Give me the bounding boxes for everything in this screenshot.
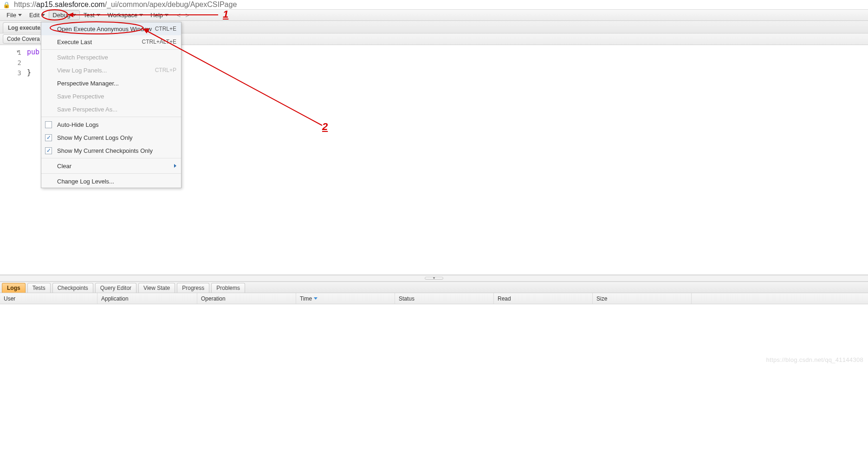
col-time[interactable]: Time xyxy=(296,293,395,304)
sort-desc-icon xyxy=(314,297,317,300)
nav-arrows: < > xyxy=(177,12,189,19)
checkbox-icon xyxy=(45,134,52,141)
fold-toggle-icon[interactable]: ▾ xyxy=(17,49,19,54)
chevron-down-icon xyxy=(165,14,168,16)
debug-menu-item[interactable]: Show My Current Logs Only xyxy=(41,131,181,144)
tab-logs[interactable]: Logs xyxy=(2,283,26,293)
tab-tests[interactable]: Tests xyxy=(27,283,51,293)
chevron-down-icon xyxy=(97,14,100,16)
col-application[interactable]: Application xyxy=(97,293,197,304)
debug-menu-item: Save Perspective xyxy=(41,90,181,103)
chevron-down-icon xyxy=(72,14,76,16)
debug-menu-item[interactable]: Auto-Hide Logs xyxy=(41,118,181,131)
watermark-text: https://blog.csdn.net/qq_41144308 xyxy=(766,356,863,363)
chevron-right-icon xyxy=(174,164,176,168)
debug-menu-item: View Log Panels...CTRL+P xyxy=(41,64,181,77)
tab-query-editor[interactable]: Query Editor xyxy=(95,283,136,293)
lock-icon: 🔒 xyxy=(3,1,10,8)
tab-problems[interactable]: Problems xyxy=(211,283,245,293)
checkbox-icon xyxy=(45,121,52,128)
menu-edit[interactable]: Edit xyxy=(26,10,49,20)
tab-checkpoints[interactable]: Checkpoints xyxy=(52,283,93,293)
panel-splitter[interactable] xyxy=(0,275,868,282)
logs-table-body: https://blog.csdn.net/qq_41144308 xyxy=(0,304,868,365)
debug-menu-item[interactable]: Clear xyxy=(41,159,181,172)
col-size[interactable]: Size xyxy=(593,293,692,304)
col-read[interactable]: Read xyxy=(494,293,593,304)
bottom-tab-row: Logs Tests Checkpoints Query Editor View… xyxy=(0,282,868,293)
menu-debug[interactable]: Debug xyxy=(49,10,79,20)
debug-menu-item[interactable]: Show My Current Checkpoints Only xyxy=(41,144,181,157)
menu-workspace[interactable]: Workspace xyxy=(104,10,147,20)
menu-help[interactable]: Help xyxy=(147,10,172,20)
editor-gutter: 1 2 3 xyxy=(0,45,24,275)
debug-menu-item[interactable]: Execute LastCTRL+ALT+E xyxy=(41,35,181,48)
page-url: https://ap15.salesforce.com/_ui/common/a… xyxy=(14,0,237,9)
menu-test[interactable]: Test xyxy=(80,10,104,20)
debug-menu-item[interactable]: Open Execute Anonymous WindowCTRL+E xyxy=(41,22,181,35)
nav-forward-icon[interactable]: > xyxy=(185,12,189,19)
col-status[interactable]: Status xyxy=(395,293,494,304)
logs-column-headers: User Application Operation Time Status R… xyxy=(0,293,868,304)
debug-menu-item: Switch Perspective xyxy=(41,51,181,64)
bottom-panel: Logs Tests Checkpoints Query Editor View… xyxy=(0,282,868,365)
debug-menu-item[interactable]: Change Log Levels... xyxy=(41,175,181,188)
debug-menu-item: Save Perspective As... xyxy=(41,103,181,116)
debug-menu-item[interactable]: Perspective Manager... xyxy=(41,77,181,90)
chevron-down-icon xyxy=(18,14,22,16)
chevron-down-icon xyxy=(41,14,45,16)
code-coverage-dropdown[interactable]: Code Covera xyxy=(3,34,44,44)
grip-icon xyxy=(425,277,443,280)
nav-back-icon[interactable]: < xyxy=(177,12,181,19)
tab-progress[interactable]: Progress xyxy=(177,283,209,293)
col-user[interactable]: User xyxy=(0,293,97,304)
menu-bar: File Edit Debug Test Workspace Help < > xyxy=(0,9,868,21)
browser-url-bar: 🔒 https://ap15.salesforce.com/_ui/common… xyxy=(0,0,868,9)
chevron-down-icon xyxy=(139,14,143,16)
debug-dropdown-menu: Open Execute Anonymous WindowCTRL+EExecu… xyxy=(41,22,181,188)
col-operation[interactable]: Operation xyxy=(197,293,296,304)
menu-file[interactable]: File xyxy=(3,10,26,20)
tab-view-state[interactable]: View State xyxy=(138,283,175,293)
checkbox-icon xyxy=(45,147,52,154)
